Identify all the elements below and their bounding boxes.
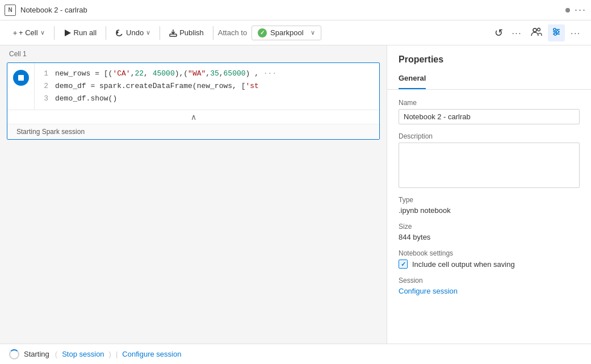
window-more-button[interactable]: ··· xyxy=(575,4,586,16)
configure-session-link[interactable]: Configure session xyxy=(399,287,580,295)
divider-2 xyxy=(106,26,106,40)
toolbar-right: ↺ ··· ··· xyxy=(491,24,584,42)
people-button[interactable] xyxy=(527,24,546,42)
description-field: Description xyxy=(399,132,580,188)
type-value: .ipynb notebook xyxy=(399,206,580,215)
stop-icon xyxy=(18,75,24,81)
size-label: Size xyxy=(399,223,580,231)
svg-point-8 xyxy=(554,28,556,31)
notebook-area: Cell 1 1 new_rows = [('CA',22, 45000),("… xyxy=(0,45,387,344)
attach-to-label: Attach to xyxy=(218,28,247,37)
people-icon xyxy=(531,26,542,37)
include-output-label: Include cell output when saving xyxy=(412,260,515,269)
cell-code[interactable]: 1 new_rows = [('CA',22, 45000),("WA",35,… xyxy=(35,63,379,110)
name-input[interactable] xyxy=(399,109,580,124)
svg-point-3 xyxy=(533,28,536,32)
name-label: Name xyxy=(399,99,580,107)
settings-icon xyxy=(551,27,561,37)
size-value: 844 bytes xyxy=(399,233,580,241)
type-field: Type .ipynb notebook xyxy=(399,196,580,215)
status-divider: | xyxy=(116,350,118,358)
session-field: Session Configure session xyxy=(399,277,580,295)
notebook-settings-label: Notebook settings xyxy=(399,249,580,257)
add-cell-button[interactable]: ＋ + Cell ∨ xyxy=(7,26,49,40)
run-all-button[interactable]: Run all xyxy=(59,26,101,39)
properties-panel: Properties General Name Description Type… xyxy=(387,45,591,344)
cell-status: Starting Spark session xyxy=(7,124,379,139)
cell-inner: 1 new_rows = [('CA',22, 45000),("WA",35,… xyxy=(7,63,379,110)
include-output-checkbox[interactable] xyxy=(399,260,408,269)
cell-label: Cell 1 xyxy=(0,45,387,62)
properties-body: Name Description Type .ipynb notebook Si… xyxy=(387,90,591,304)
configure-session-status-link[interactable]: Configure session xyxy=(122,350,181,358)
unsaved-indicator xyxy=(565,8,570,12)
type-label: Type xyxy=(399,196,580,204)
title-bar: N Notebook 2 - carlrab ··· xyxy=(0,0,591,20)
notebook-icon: N xyxy=(5,5,16,16)
undo-button[interactable]: Undo ∨ xyxy=(111,26,155,39)
properties-tabs: General xyxy=(387,69,591,90)
collapse-icon[interactable]: ∧ xyxy=(191,112,196,122)
cell-dropdown-icon[interactable]: ∨ xyxy=(40,29,45,36)
window-title: Notebook 2 - carlrab xyxy=(20,6,559,14)
settings-panel-button[interactable] xyxy=(548,24,565,41)
svg-point-10 xyxy=(554,33,556,35)
sparkpool-label: Sparkpool xyxy=(270,28,304,37)
cell-container: 1 new_rows = [('CA',22, 45000),("WA",35,… xyxy=(7,62,380,140)
name-field: Name xyxy=(399,99,580,124)
status-paren-close: ) xyxy=(109,350,111,358)
cell-output-bar[interactable]: ∧ xyxy=(7,110,379,124)
code-line-3: 3 demo_df.show() xyxy=(39,93,375,105)
description-label: Description xyxy=(399,132,580,140)
sparkpool-button[interactable]: Sparkpool ∨ xyxy=(252,26,321,40)
main-content: Cell 1 1 new_rows = [('CA',22, 45000),("… xyxy=(0,45,591,344)
status-paren-open: ( xyxy=(55,350,57,358)
overflow-button[interactable]: ··· xyxy=(567,26,584,40)
stop-session-link[interactable]: Stop session xyxy=(62,350,104,358)
toolbar: ＋ + Cell ∨ Run all Undo ∨ Publish Attach… xyxy=(0,20,591,45)
status-bar: Starting ( Stop session ) | Configure se… xyxy=(0,344,591,364)
description-input[interactable] xyxy=(399,143,580,188)
plus-icon: ＋ xyxy=(11,28,19,38)
undo-icon xyxy=(115,29,124,37)
svg-point-4 xyxy=(538,28,540,31)
toolbar-more-button[interactable]: ··· xyxy=(509,26,526,40)
svg-marker-0 xyxy=(65,30,71,36)
code-line-2: 2 demo_df = spark.createDataFrame(new_ro… xyxy=(39,80,375,93)
sparkpool-status-icon xyxy=(258,28,267,37)
publish-icon xyxy=(169,29,177,37)
notebook-settings-field: Notebook settings Include cell output wh… xyxy=(399,249,580,269)
properties-title: Properties xyxy=(387,45,591,69)
status-text: Starting xyxy=(24,350,49,358)
svg-point-9 xyxy=(556,31,559,33)
include-output-row: Include cell output when saving xyxy=(399,260,580,269)
tab-general[interactable]: General xyxy=(399,69,426,89)
divider-3 xyxy=(160,26,160,40)
undo-dropdown-icon[interactable]: ∨ xyxy=(146,29,150,36)
divider-4 xyxy=(213,26,213,40)
size-field: Size 844 bytes xyxy=(399,223,580,241)
publish-button[interactable]: Publish xyxy=(165,26,208,39)
sparkpool-dropdown-icon[interactable]: ∨ xyxy=(311,29,315,36)
divider-1 xyxy=(54,26,55,40)
play-icon xyxy=(64,29,72,37)
refresh-button[interactable]: ↺ xyxy=(491,24,506,41)
session-label: Session xyxy=(399,277,580,284)
loading-spinner xyxy=(9,349,19,359)
cell-stop-button[interactable] xyxy=(13,70,29,86)
code-line-1: 1 new_rows = [('CA',22, 45000),("WA",35,… xyxy=(39,68,375,80)
cell-run-area xyxy=(7,63,35,110)
svg-rect-2 xyxy=(170,34,177,36)
